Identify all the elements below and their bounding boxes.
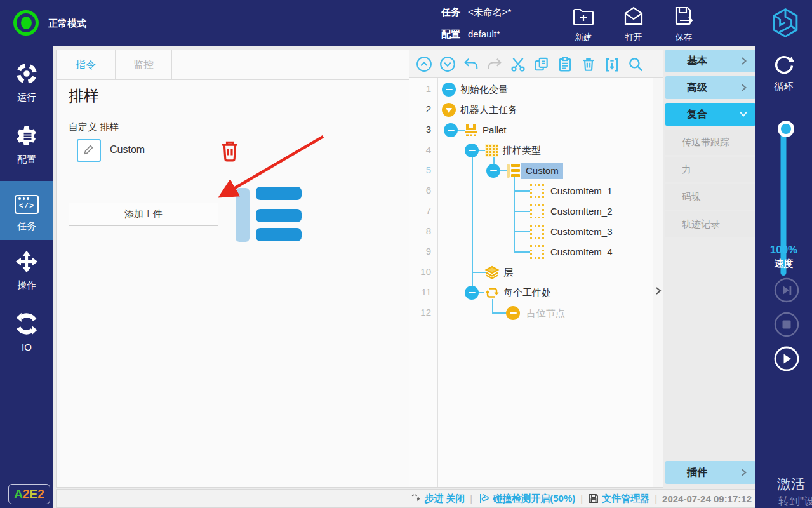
tree-node-pattern-type[interactable]: 排样类型 [503, 144, 541, 157]
chevron-down-icon [739, 110, 748, 118]
category-advanced[interactable]: 高级 [665, 76, 755, 99]
copy-icon[interactable] [533, 55, 550, 73]
chevron-right-icon [740, 83, 748, 92]
tree-connector [514, 190, 530, 192]
category-label: 基本 [687, 55, 707, 68]
node-collapse-icon[interactable] [465, 286, 479, 300]
pattern-type-icon [485, 144, 498, 157]
task-row: 任务 <未命名>* [441, 6, 511, 18]
file-manager-button[interactable]: 文件管理器 [588, 493, 649, 505]
open-button[interactable]: 打开 [611, 5, 656, 43]
sidebar-item-label: 运行 [0, 91, 53, 104]
tree-toolbar [409, 50, 663, 78]
save-icon [671, 19, 696, 30]
redo-icon[interactable] [486, 55, 503, 73]
category-basic[interactable]: 基本 [665, 50, 755, 72]
subtitle: 自定义 排样 [69, 121, 119, 133]
instruction-force[interactable]: 力 [665, 157, 755, 182]
add-workpiece-button[interactable]: 添加工件 [69, 203, 218, 226]
tree-node-layer[interactable]: 层 [503, 265, 513, 279]
category-composite[interactable]: 复合 [665, 103, 755, 126]
pattern-preview-bar [256, 209, 302, 222]
step-forward-icon [774, 277, 799, 303]
tree-node-init-vars[interactable]: 初始化变量 [460, 83, 508, 97]
play-icon [774, 346, 799, 371]
node-expand-icon[interactable] [442, 103, 456, 117]
tree-node-custom-item[interactable]: CustomItem_4 [550, 245, 613, 259]
node-collapse-icon[interactable] [465, 144, 479, 157]
badge-letter: E [30, 487, 38, 501]
sidebar-item-task[interactable]: </> 任务 [0, 181, 53, 240]
tree-node-custom-item[interactable]: CustomItem_1 [550, 184, 613, 198]
page-title: 排样 [69, 86, 99, 106]
custom-item-icon [530, 184, 544, 198]
save-button[interactable]: 保存 [662, 5, 706, 43]
speed-readout: 100% 速度 [755, 244, 812, 270]
brand-cube-logo [770, 7, 801, 41]
io-swap-icon [15, 326, 38, 337]
undo-icon[interactable] [462, 55, 480, 73]
sidebar-item-config[interactable]: 配置 [0, 124, 53, 166]
new-button[interactable]: 新建 [561, 5, 606, 43]
instruction-track-record[interactable]: 轨迹记录 [665, 211, 755, 237]
status-bar: 步进 关闭 | 碰撞检测开启(50%) | 文件管理器 | 2024-07-24… [56, 489, 755, 508]
sidebar-item-run[interactable]: 运行 [0, 62, 53, 104]
activation-watermark-line1: 激活 [777, 475, 805, 494]
category-plugin[interactable]: 插件 [665, 461, 755, 484]
file-manager-icon [588, 493, 599, 504]
line-number: 9 [409, 246, 431, 257]
cut-icon[interactable] [509, 55, 527, 73]
tree-node-main-task[interactable]: 机器人主任务 [460, 103, 517, 117]
pattern-preview-column [236, 188, 250, 242]
step-mode-status[interactable]: 步进 关闭 [410, 493, 465, 505]
sidebar-item-label: 操作 [0, 279, 53, 291]
loop-mode-button[interactable]: 循环 [755, 53, 812, 93]
tab-instruction[interactable]: 指令 [57, 50, 116, 80]
line-number: 10 [409, 266, 431, 277]
delete-icon[interactable] [580, 55, 597, 73]
speed-slider-knob[interactable] [778, 121, 794, 137]
separator: | [655, 493, 657, 504]
loop-cycle-icon [773, 67, 795, 78]
node-collapse-icon[interactable] [444, 123, 458, 137]
stop-button[interactable] [774, 312, 799, 337]
step-forward-button[interactable] [774, 277, 799, 303]
a2e2-badge-button[interactable]: A2E2 [8, 484, 50, 504]
panel-expand-handle[interactable] [653, 78, 663, 487]
trash-icon [218, 154, 241, 165]
collision-detect-status[interactable]: 碰撞检测开启(50%) [477, 492, 575, 505]
tree-node-placeholder[interactable]: 占位节点 [527, 306, 565, 320]
instruction-conveyor-tracking[interactable]: 传送带跟踪 [665, 130, 755, 155]
move-down-icon[interactable] [439, 55, 456, 73]
instruction-palletizing[interactable]: 码垛 [665, 184, 755, 210]
instruction-panel: 指令 监控 排样 自定义 排样 Custom 添加工件 [56, 50, 409, 488]
speed-percent: 100% [755, 244, 812, 257]
sidebar-item-operate[interactable]: 操作 [0, 250, 53, 291]
rename-button[interactable] [77, 139, 101, 162]
annotation-arrow [57, 50, 410, 488]
tree-node-foreach-workpiece[interactable]: 每个工件处 [503, 286, 551, 300]
tab-monitor[interactable]: 监控 [116, 50, 172, 80]
paste-icon[interactable] [556, 55, 574, 73]
config-row: 配置 default* [441, 29, 500, 41]
move-up-icon[interactable] [415, 55, 433, 73]
node-collapse-icon[interactable] [442, 83, 456, 97]
stop-icon [774, 312, 799, 337]
node-collapse-icon[interactable] [486, 164, 500, 178]
line-number-gutter [409, 78, 438, 487]
delete-pattern-button[interactable] [218, 138, 241, 163]
chevron-right-icon [740, 57, 748, 65]
tree-connector [492, 312, 506, 314]
tree-node-custom-item[interactable]: CustomItem_2 [550, 204, 613, 218]
insert-icon[interactable] [603, 55, 621, 73]
tree-node-custom-item[interactable]: CustomItem_3 [550, 225, 613, 239]
tree-node-custom[interactable]: Custom [521, 163, 563, 179]
activation-watermark-line2: 转到"设 [778, 494, 812, 508]
config-label: 配置 [441, 29, 460, 41]
tree-node-pallet[interactable]: Pallet [483, 123, 507, 137]
line-number: 2 [409, 104, 431, 114]
search-icon[interactable] [627, 55, 644, 73]
play-button[interactable] [774, 346, 799, 371]
tree-connector [514, 251, 530, 253]
sidebar-item-io[interactable]: IO [0, 312, 53, 352]
